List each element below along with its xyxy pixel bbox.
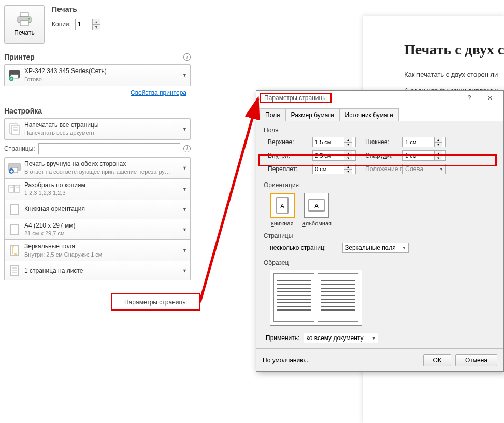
printer-properties-link[interactable]: Свойства принтера (4, 86, 191, 100)
printer-icon (8, 68, 21, 82)
gutter-input[interactable]: ▲▼ (312, 164, 356, 174)
print-range-dropdown[interactable]: Напечатать все страницыНапечатать весь д… (4, 118, 191, 140)
svg-text:A: A (280, 203, 284, 210)
gutter-pos-select: Слева▼ (402, 164, 446, 174)
apply-to-label: Применить: (266, 334, 299, 342)
svg-point-3 (28, 18, 30, 20)
chevron-down-icon: ▼ (371, 336, 376, 341)
doc-heading: Печать с двух ст (404, 41, 488, 58)
spinner-down-icon[interactable]: ▼ (344, 156, 352, 160)
top-margin-input[interactable]: ▲▼ (312, 137, 356, 147)
spinner-down-icon[interactable]: ▼ (435, 142, 442, 147)
dialog-tabs: Поля Размер бумаги Источник бумаги (256, 105, 503, 121)
top-margin-label: Верхнее: (268, 138, 312, 146)
gutter-label: Переплет: (268, 165, 312, 173)
duplex-dropdown[interactable]: Печать вручную на обеих сторонахВ ответ … (4, 157, 191, 179)
apply-to-select[interactable]: ко всему документу▼ (304, 333, 378, 343)
spinner-down-icon[interactable]: ▼ (93, 24, 100, 30)
default-button[interactable]: По умолчанию... (263, 357, 310, 364)
orientation-group-label: Ориентация (264, 181, 496, 189)
svg-rect-23 (11, 265, 18, 276)
pages-icon (8, 122, 21, 136)
page-setup-link[interactable]: Параметры страницы (124, 299, 187, 306)
spinner-up-icon[interactable]: ▲ (435, 137, 442, 142)
printer-section-title: Принтер (4, 53, 35, 61)
help-button[interactable]: ? (459, 93, 480, 103)
doc-paragraph: Как печатать с двух сторон ли (404, 70, 488, 78)
printer-icon (16, 12, 33, 27)
close-button[interactable]: ✕ (480, 93, 500, 103)
multi-pages-label: несколько страниц: (270, 244, 342, 251)
spinner-up-icon[interactable]: ▲ (344, 151, 352, 156)
svg-rect-16 (15, 185, 20, 192)
chevron-down-icon: ▼ (182, 268, 187, 273)
chevron-down-icon: ▼ (182, 126, 187, 132)
copies-input[interactable] (76, 19, 92, 30)
tab-paper-source[interactable]: Источник бумаги (339, 108, 399, 121)
multi-pages-select[interactable]: Зеркальные поля▼ (342, 243, 409, 253)
spinner-up-icon[interactable]: ▲ (435, 151, 442, 156)
inside-margin-label: Внутри: (268, 152, 312, 159)
copies-spinner[interactable]: ▲▼ (75, 19, 100, 30)
pages-label: Страницы: (4, 145, 35, 152)
print-panel: Печать Печать Копии: ▲▼ Принтерi XP-342 … (0, 0, 195, 423)
spinner-down-icon[interactable]: ▼ (435, 156, 442, 160)
spinner-up-icon[interactable]: ▲ (93, 19, 100, 24)
spinner-up-icon[interactable]: ▲ (344, 164, 352, 169)
bottom-margin-label: Нижнее: (356, 138, 402, 146)
paper-size-dropdown[interactable]: A4 (210 x 297 мм)21 см x 29,7 см ▼ (4, 219, 191, 241)
svg-rect-20 (11, 224, 18, 235)
outside-margin-label: Снаружи: (356, 152, 402, 159)
collate-dropdown[interactable]: Разобрать по копиям1,2,3 1,2,3 1,2,3 ▼ (4, 178, 191, 200)
spinner-down-icon[interactable]: ▼ (344, 169, 352, 174)
fields-group-label: Поля (264, 126, 496, 134)
chevron-down-icon: ▼ (182, 248, 187, 253)
svg-point-6 (9, 76, 14, 81)
chevron-down-icon: ▼ (182, 187, 187, 192)
svg-rect-19 (11, 204, 18, 215)
page-setup-highlight: Параметры страницы (111, 293, 200, 311)
tab-paper-size[interactable]: Размер бумаги (285, 108, 340, 121)
sample-preview (270, 270, 362, 326)
print-button[interactable]: Печать (4, 5, 45, 44)
ok-button[interactable]: ОК (423, 354, 451, 366)
chevron-down-icon: ▼ (182, 207, 187, 212)
portrait-option[interactable]: A ккнижнаянижная (270, 193, 295, 227)
printer-dropdown[interactable]: XP-342 343 345 Series(Сеть)Готово ▼ (4, 64, 191, 86)
chevron-down-icon: ▼ (182, 73, 187, 78)
dialog-title-highlight: Параметры страницы (260, 93, 332, 103)
margins-icon (8, 244, 21, 257)
svg-rect-0 (20, 13, 28, 17)
info-icon[interactable]: i (183, 145, 191, 152)
margins-dropdown[interactable]: Зеркальные поляВнутри: 2,5 см Снаружи: 1… (4, 239, 191, 261)
chevron-down-icon: ▼ (402, 246, 406, 250)
chevron-down-icon: ▼ (182, 165, 187, 171)
bottom-margin-input[interactable]: ▲▼ (402, 137, 446, 147)
printer-status: Готово (24, 76, 180, 83)
page-icon (8, 264, 21, 277)
landscape-option[interactable]: A альбомная (302, 193, 332, 227)
svg-text:A: A (314, 203, 319, 210)
print-title: Печать (52, 5, 100, 13)
spinner-down-icon[interactable]: ▼ (344, 142, 352, 147)
printer-name: XP-342 343 345 Series(Сеть) (24, 67, 180, 76)
page-setup-dialog: Параметры страницы ? ✕ Поля Размер бумаг… (256, 90, 504, 372)
svg-line-31 (200, 98, 258, 302)
orientation-dropdown[interactable]: Книжная ориентация ▼ (4, 200, 191, 219)
info-icon[interactable]: i (183, 53, 191, 61)
settings-section-title: Настройка (4, 107, 42, 115)
copies-label: Копии: (52, 21, 71, 28)
dialog-title: Параметры страницы (264, 94, 327, 102)
cancel-button[interactable]: Отмена (455, 354, 497, 366)
pages-input[interactable] (38, 143, 180, 154)
tab-margins[interactable]: Поля (260, 108, 286, 121)
page-icon (8, 223, 21, 236)
sample-group-label: Образец (264, 259, 496, 266)
outside-margin-input[interactable]: ▲▼ (402, 150, 446, 161)
svg-rect-15 (9, 185, 14, 192)
duplex-icon (8, 161, 21, 175)
pages-per-sheet-dropdown[interactable]: 1 страница на листе ▼ (4, 261, 191, 280)
svg-rect-8 (12, 125, 19, 135)
spinner-up-icon[interactable]: ▲ (344, 137, 352, 142)
inside-margin-input[interactable]: ▲▼ (312, 150, 356, 161)
